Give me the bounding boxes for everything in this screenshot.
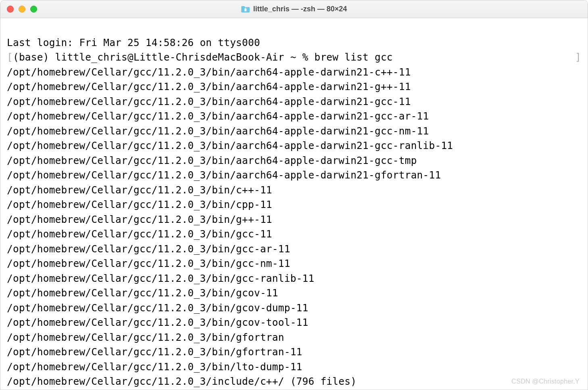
output-line: /opt/homebrew/Cellar/gcc/11.2.0_3/bin/lt…: [7, 360, 581, 375]
terminal-window: little_chris — -zsh — 80×24 Last login: …: [0, 0, 588, 390]
output-line: /opt/homebrew/Cellar/gcc/11.2.0_3/bin/gc…: [7, 315, 581, 330]
output-line: /opt/homebrew/Cellar/gcc/11.2.0_3/bin/aa…: [7, 124, 581, 139]
output-line: /opt/homebrew/Cellar/gcc/11.2.0_3/includ…: [7, 374, 581, 389]
output-line: /opt/homebrew/Cellar/gcc/11.2.0_3/bin/gc…: [7, 286, 581, 301]
close-button[interactable]: [7, 6, 14, 13]
terminal-body[interactable]: Last login: Fri Mar 25 14:58:26 on ttys0…: [0, 18, 588, 390]
window-title: little_chris — -zsh — 80×24: [253, 5, 347, 13]
output-line: /opt/homebrew/Cellar/gcc/11.2.0_3/bin/c+…: [7, 183, 581, 198]
minimize-button[interactable]: [19, 6, 25, 13]
prompt-text: (base) little_chris@Little-ChrisdeMacBoo…: [13, 51, 315, 63]
traffic-lights: [7, 6, 37, 13]
output-line: /opt/homebrew/Cellar/gcc/11.2.0_3/bin/cp…: [7, 197, 581, 212]
prompt-line: [(base) little_chris@Little-ChrisdeMacBo…: [7, 50, 581, 65]
titlebar[interactable]: little_chris — -zsh — 80×24: [0, 0, 588, 18]
output-line: /opt/homebrew/Cellar/gcc/11.2.0_3/bin/aa…: [7, 94, 581, 109]
output-line: /opt/homebrew/Cellar/gcc/11.2.0_3/bin/gc…: [7, 242, 581, 257]
left-bracket: [: [7, 51, 13, 63]
svg-rect-0: [244, 8, 246, 11]
output-line: /opt/homebrew/Cellar/gcc/11.2.0_3/bin/aa…: [7, 153, 581, 168]
output-line: /opt/homebrew/Cellar/gcc/11.2.0_3/bin/aa…: [7, 109, 581, 124]
output-line: /opt/homebrew/Cellar/gcc/11.2.0_3/bin/aa…: [7, 138, 581, 153]
output-line: /opt/homebrew/Cellar/gcc/11.2.0_3/bin/aa…: [7, 65, 581, 80]
output-line: /opt/homebrew/Cellar/gcc/11.2.0_3/bin/gc…: [7, 256, 581, 271]
maximize-button[interactable]: [30, 6, 37, 13]
output-line: /opt/homebrew/Cellar/gcc/11.2.0_3/bin/gc…: [7, 271, 581, 286]
output-line: /opt/homebrew/Cellar/gcc/11.2.0_3/bin/gc…: [7, 301, 581, 316]
output-line: /opt/homebrew/Cellar/gcc/11.2.0_3/bin/aa…: [7, 80, 581, 94]
right-bracket: ]: [575, 50, 581, 65]
output-line: /opt/homebrew/Cellar/gcc/11.2.0_3/bin/gf…: [7, 330, 581, 345]
output-line: /opt/homebrew/Cellar/gcc/11.2.0_3/bin/gf…: [7, 345, 581, 360]
folder-icon: [241, 6, 250, 13]
output-line: /opt/homebrew/Cellar/gcc/11.2.0_3/bin/aa…: [7, 168, 581, 183]
output-line: /opt/homebrew/Cellar/gcc/11.2.0_3/bin/gc…: [7, 227, 581, 242]
output-line: /opt/homebrew/Cellar/gcc/11.2.0_3/bin/g+…: [7, 212, 581, 227]
last-login-line: Last login: Fri Mar 25 14:58:26 on ttys0…: [7, 36, 581, 50]
command-text: brew list gcc: [314, 51, 392, 63]
window-title-container: little_chris — -zsh — 80×24: [241, 5, 347, 13]
